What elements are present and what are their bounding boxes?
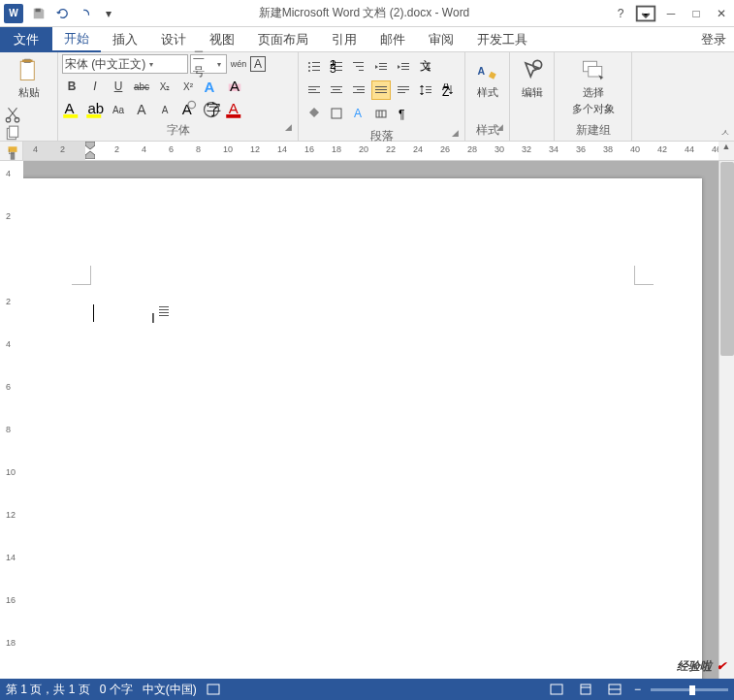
zoom-out-button[interactable]: − — [634, 683, 641, 696]
document-area: 4224681012141618 I — [0, 161, 734, 679]
font-name-select[interactable]: 宋体 (中文正文)▾ — [62, 54, 188, 74]
bold-button[interactable]: B — [62, 77, 81, 96]
align-right-icon[interactable] — [349, 80, 368, 100]
login-link[interactable]: 登录 — [693, 31, 734, 48]
status-macro-icon[interactable] — [207, 684, 220, 695]
ruler-tick: 2 — [60, 144, 65, 154]
superscript-button[interactable]: X² — [178, 77, 198, 96]
show-marks-icon[interactable]: ¶ — [394, 104, 413, 123]
vertical-ruler[interactable]: 4224681012141618 — [0, 161, 23, 679]
align-justify-icon[interactable] — [371, 80, 391, 100]
view-web-icon[interactable] — [605, 682, 624, 697]
view-read-icon[interactable] — [547, 682, 566, 697]
underline-button[interactable]: U — [109, 77, 128, 96]
status-page[interactable]: 第 1 页，共 1 页 — [6, 682, 90, 698]
tab-mailings[interactable]: 邮件 — [368, 27, 417, 52]
asian-layout-icon[interactable]: A — [349, 104, 368, 123]
styles-button[interactable]: A 样式 — [469, 54, 505, 102]
tab-selector-icon[interactable]: ∟ — [0, 142, 23, 160]
line-spacing-icon[interactable] — [416, 80, 435, 100]
page-viewport[interactable]: I — [23, 161, 718, 679]
paragraph-launcher-icon[interactable]: ◢ — [452, 128, 459, 138]
tab-file[interactable]: 文件 — [0, 27, 52, 52]
align-center-icon[interactable] — [327, 80, 346, 100]
text-direction-icon[interactable]: 文 — [416, 57, 435, 77]
editing-button[interactable]: 编辑 — [514, 54, 550, 102]
svg-rect-52 — [353, 86, 365, 87]
highlight-color-icon[interactable]: ab — [85, 100, 105, 119]
qat-customize-icon[interactable]: ▾ — [97, 2, 120, 25]
text-effects-icon[interactable]: A — [202, 77, 221, 96]
vertical-scrollbar[interactable] — [718, 161, 734, 679]
sort-icon[interactable]: AZ — [438, 80, 458, 100]
tab-home[interactable]: 开始 — [52, 27, 101, 52]
collapse-ribbon-icon[interactable]: ㅅ — [720, 126, 730, 140]
svg-text:A: A — [230, 78, 239, 94]
change-case-button[interactable]: Aa — [109, 100, 128, 119]
char-border-icon[interactable]: A — [250, 56, 266, 72]
save-icon[interactable] — [27, 2, 50, 25]
vruler-tick: 14 — [6, 553, 16, 562]
ruler-scroll-up-icon[interactable]: ▲ — [718, 142, 734, 160]
ribbon-tabs: 文件 开始 插入 设计 视图 页面布局 引用 邮件 审阅 开发工具 登录 — [0, 27, 734, 52]
grow-font-button[interactable]: A — [132, 100, 151, 119]
copy-icon[interactable] — [4, 125, 21, 143]
shrink-font-button[interactable]: A — [155, 100, 175, 119]
redo-icon[interactable] — [74, 2, 97, 25]
ruler-tick: 28 — [467, 144, 477, 154]
enclose-char-icon[interactable]: 字 — [202, 100, 221, 119]
paste-button[interactable]: 粘贴 — [4, 54, 53, 102]
numbering-icon[interactable]: 123 — [327, 57, 346, 77]
tab-design[interactable]: 设计 — [149, 27, 198, 52]
phonetic-guide-icon[interactable]: wén — [229, 54, 248, 74]
zoom-slider[interactable] — [651, 688, 728, 691]
page[interactable]: I — [23, 178, 702, 679]
font-launcher-icon[interactable]: ◢ — [285, 122, 292, 132]
undo-icon[interactable] — [50, 2, 74, 25]
font-size-select[interactable]: 二号▾ — [190, 54, 227, 74]
bullets-icon[interactable] — [304, 57, 324, 77]
snap-grid-icon[interactable] — [371, 104, 391, 123]
statusbar: 第 1 页，共 1 页 0 个字 中文(中国) − — [0, 679, 734, 700]
tab-insert[interactable]: 插入 — [101, 27, 149, 52]
svg-text:A: A — [477, 65, 485, 77]
shading-icon[interactable] — [304, 104, 324, 123]
char-shading-icon[interactable]: A — [178, 100, 198, 119]
select-multi-button[interactable]: 选择 多个对象 — [558, 54, 627, 118]
tab-references[interactable]: 引用 — [320, 27, 368, 52]
svg-rect-46 — [308, 86, 320, 87]
increase-indent-icon[interactable] — [394, 57, 413, 77]
styles-launcher-icon[interactable]: ◢ — [496, 122, 503, 132]
maximize-icon[interactable]: □ — [684, 2, 709, 25]
tab-review[interactable]: 审阅 — [417, 27, 465, 52]
italic-button[interactable]: I — [85, 77, 105, 96]
ruler-tick: 16 — [304, 144, 314, 154]
tab-developer[interactable]: 开发工具 — [465, 27, 539, 52]
group-styles: A 样式 样式◢ — [465, 52, 510, 141]
status-words[interactable]: 0 个字 — [100, 682, 133, 698]
close-icon[interactable]: ✕ — [709, 2, 734, 25]
clear-format-icon[interactable]: A — [225, 77, 244, 96]
view-print-icon[interactable] — [576, 682, 595, 697]
subscript-button[interactable]: X₂ — [155, 77, 175, 96]
ribbon-display-icon[interactable] — [633, 2, 658, 25]
multilevel-icon[interactable] — [349, 57, 368, 77]
minimize-icon[interactable]: ─ — [658, 2, 684, 25]
font-color-icon[interactable]: A — [225, 100, 244, 119]
horizontal-ruler[interactable]: 4224681012141618202224262830323436384042… — [23, 142, 718, 160]
distribute-icon[interactable] — [394, 80, 413, 100]
status-language[interactable]: 中文(中国) — [143, 682, 197, 698]
help-icon[interactable]: ? — [608, 2, 633, 25]
strikethrough-button[interactable]: abc — [132, 77, 151, 96]
scrollbar-thumb[interactable] — [720, 162, 734, 356]
cut-icon[interactable] — [4, 106, 21, 123]
borders-icon[interactable] — [327, 104, 346, 123]
decrease-indent-icon[interactable] — [371, 57, 391, 77]
text-highlight-icon[interactable]: A — [62, 100, 81, 119]
svg-rect-27 — [312, 66, 320, 67]
svg-text:A: A — [354, 107, 362, 120]
vruler-tick: 2 — [6, 297, 11, 306]
svg-rect-44 — [401, 69, 409, 70]
align-left-icon[interactable] — [304, 80, 324, 100]
tab-layout[interactable]: 页面布局 — [246, 27, 320, 52]
